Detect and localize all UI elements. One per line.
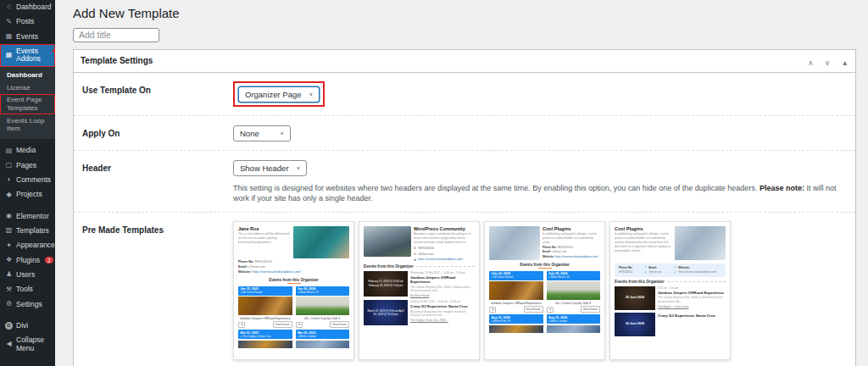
sidebar-item-plugins[interactable]: ❖ Plugins 2 (0, 253, 55, 268)
event-preview: July 25, 2024● Miami Beach, FL 40+ Crick… (547, 271, 601, 333)
apply-on-select[interactable]: None ∨ (233, 125, 291, 141)
metabox-title: Template Settings (81, 56, 153, 65)
event-photo (238, 297, 292, 315)
event-photo (489, 281, 543, 300)
sidebar-item-pages[interactable]: ▢ Pages (0, 158, 55, 173)
organizer-photo (293, 226, 349, 258)
view-details-button: View Details (330, 321, 349, 328)
event-photo: February 15, 2023 @ 10:30 am February 28… (364, 271, 408, 297)
header-description: This setting is designed for websites wh… (233, 183, 847, 203)
event-photo: 26 June 2024 (615, 313, 655, 336)
media-icon: ▤ (5, 147, 13, 155)
event-photo (238, 341, 292, 348)
use-template-on-row: Use Template On Organizer Page ∨ (74, 73, 855, 116)
sidebar-item-projects[interactable]: ◆ Projects (0, 187, 55, 202)
sidebar-item-comments[interactable]: ◖ Comments (0, 173, 55, 187)
pages-icon: ▢ (5, 162, 13, 169)
premade-template-card-1[interactable]: Jane Roe The e-mail address will be obfu… (233, 221, 354, 360)
move-up-icon[interactable]: ∧ (808, 58, 813, 67)
organizer-name: Jane Roe (238, 226, 291, 231)
organizer-bio: In publishing and graphic design, Lorem … (615, 232, 672, 252)
sidebar-item-divi[interactable]: D Divi (0, 319, 55, 333)
sidebar-item-events-addons[interactable]: ▦ Events Addons ◄ (0, 44, 55, 67)
events-addons-submenu: Dashboard License Event Page Templates E… (0, 67, 55, 140)
sidebar-item-label: Projects (16, 191, 42, 198)
sidebar-item-label: Media (16, 147, 36, 154)
sidebar-item-collapse-menu[interactable]: ◀ Collapse Menu (0, 333, 55, 356)
premade-template-card-4[interactable]: Cool Plugins In publishing and graphic d… (609, 221, 731, 360)
select-value: Show Header (240, 164, 289, 173)
organizer-contact-bar: Phone No:9876543210 Email:r@mail.com Web… (615, 263, 726, 277)
metabox-header: Template Settings ∧ ∨ ▲ (74, 50, 855, 73)
sidebar-item-label: Events (16, 33, 38, 41)
sidebar-item-dashboard[interactable]: ⌂ Dashboard (0, 0, 55, 14)
sidebar-item-label: Templates (16, 227, 49, 235)
sidebar-item-users[interactable]: ♟ Users (0, 268, 55, 282)
sidebar-item-label: Collapse Menu (16, 336, 50, 352)
sidebar-item-media[interactable]: ▤ Media (0, 143, 55, 158)
page-title: Add New Template (73, 6, 856, 20)
metabox-actions: ∧ ∨ ▲ (800, 53, 849, 69)
event-preview: 26 June 2024 Crazy DJ Experience Santa C… (615, 313, 726, 336)
sidebar-item-label: Dashboard (16, 3, 52, 11)
organizer-contact: Phone No: 9876543210 Email: r@mail.com W… (238, 260, 349, 275)
sidebar-item-posts[interactable]: ✎ Posts (0, 14, 55, 29)
events-heading: Events from this Organizer (489, 263, 600, 269)
header-select[interactable]: Show Header ∨ (233, 160, 307, 176)
elementor-icon: ◉ (5, 213, 13, 220)
premade-templates-label: Pre Made Templates (82, 221, 233, 235)
view-details-button: View Details (581, 306, 600, 313)
submenu-item-event-page-templates[interactable]: Event Page Templates (0, 94, 55, 114)
toggle-panel-icon[interactable]: ▲ (842, 58, 849, 67)
templates-icon: ▧ (5, 227, 13, 235)
premade-template-card-3[interactable]: Cool Plugins In publishing and graphic d… (484, 221, 605, 360)
users-icon: ♟ (5, 271, 13, 279)
projects-icon: ◆ (5, 191, 13, 199)
event-preview: February 15, 2023 @ 10:30 am February 28… (364, 271, 475, 298)
sidebar-item-events[interactable]: ▦ Events (0, 30, 55, 44)
apply-on-row: Apply On None ∨ (74, 116, 855, 151)
premade-template-list: Jane Roe The e-mail address will be obfu… (233, 221, 847, 360)
admin-sidebar: ⌂ Dashboard ✎ Posts ▦ Events ▦ Events Ad… (0, 0, 55, 366)
events-heading: Events from this Organizer (238, 278, 349, 284)
move-down-icon[interactable]: ∨ (825, 58, 830, 67)
event-photo (547, 325, 601, 333)
phone-icon: ✆ (414, 246, 416, 250)
header-label: Header (82, 159, 233, 173)
premade-templates-row: Pre Made Templates Jane Roe The e-mail a… (74, 213, 855, 366)
collapse-menu-icon: ◀ (5, 341, 13, 348)
view-details-button: View Details (524, 306, 543, 313)
sidebar-item-appearance[interactable]: ✦ Appearance (0, 238, 55, 252)
sidebar-item-settings[interactable]: ⚙ Settings (0, 297, 55, 312)
sidebar-item-tools[interactable]: ⚒ Tools (0, 282, 55, 297)
dashboard-icon: ⌂ (5, 3, 13, 11)
events-heading: Events from this Organizer (615, 280, 726, 284)
premade-template-card-2[interactable]: WordPress Community Become a super contr… (359, 221, 480, 360)
submenu-item-dashboard[interactable]: Dashboard (0, 69, 55, 82)
organizer-photo (675, 226, 726, 260)
sidebar-item-templates[interactable]: ▧ Templates (0, 224, 55, 238)
event-photo (547, 281, 601, 300)
posts-icon: ✎ (5, 19, 13, 26)
sidebar-item-label: Posts (16, 18, 34, 25)
submenu-item-license[interactable]: License (0, 81, 55, 94)
sidebar-item-label: Plugins (16, 257, 40, 264)
submenu-item-events-loop-item[interactable]: Events Loop Item (0, 114, 55, 135)
sidebar-item-elementor[interactable]: ◉ Elementor (0, 209, 55, 224)
organizer-name: Cool Plugins (615, 226, 672, 231)
sidebar-item-label: Settings (16, 301, 42, 308)
sidebar-item-label: Divi (16, 322, 28, 330)
organizer-name: WordPress Community (414, 226, 475, 231)
title-input[interactable] (73, 28, 159, 42)
sidebar-item-label: Comments (16, 176, 51, 184)
main-content: Add New Template Template Settings ∧ ∨ ▲… (55, 0, 868, 366)
plugins-update-badge: 2 (45, 257, 53, 263)
organizer-bio: In publishing and graphic design, Lorem … (542, 232, 600, 245)
organizer-photo (364, 226, 411, 257)
mail-icon: ✉ (414, 252, 416, 256)
use-template-on-select[interactable]: Organizer Page ∨ (238, 86, 320, 103)
event-preview: Jan 15, 2023● No Venue Found Jamboo Jeep… (238, 286, 292, 348)
select-value: None (240, 129, 259, 138)
sidebar-item-label: Events Addons (16, 47, 50, 64)
events-heading: Events from this Organizer (364, 264, 475, 269)
